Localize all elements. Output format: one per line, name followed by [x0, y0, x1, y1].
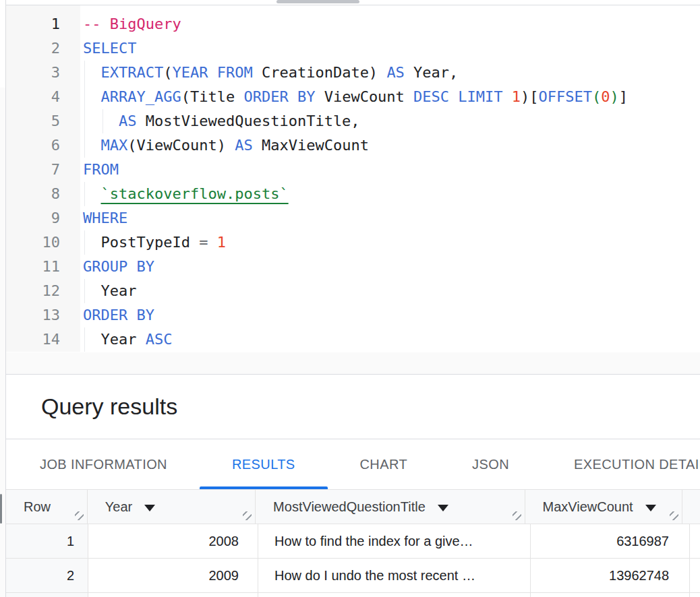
cell: 2008: [88, 524, 258, 558]
indent-guide: [84, 85, 85, 109]
code-text[interactable]: -- BigQuery: [80, 12, 700, 36]
column-header-year[interactable]: Year: [88, 490, 256, 524]
code-line-8[interactable]: 8 `stackoverflow.posts`: [6, 182, 700, 206]
code-line-3[interactable]: 3 EXTRACT(YEAR FROM CreationDate) AS Yea…: [6, 61, 700, 85]
line-number: 2: [6, 36, 80, 61]
column-header-maxviewcount[interactable]: MaxViewCount: [525, 490, 682, 524]
code-line-10[interactable]: 10 PostTypeId = 1: [6, 230, 700, 255]
line-number: 5: [6, 109, 80, 133]
code-token: YEAR FROM: [172, 64, 252, 81]
results-table: RowYearMostViewedQuestionTitleMaxViewCou…: [6, 490, 700, 597]
cell: 2009: [88, 559, 258, 592]
code-line-13[interactable]: 13ORDER BY: [6, 303, 700, 327]
line-number: 8: [6, 182, 80, 206]
code-line-12[interactable]: 12 Year: [6, 279, 700, 303]
indent-guide: [84, 327, 85, 352]
code-text[interactable]: ARRAY_AGG(Title ORDER BY ViewCount DESC …: [80, 85, 700, 109]
line-number: 10: [6, 230, 80, 255]
code-line-6[interactable]: 6 MAX(ViewCount) AS MaxViewCount: [6, 133, 700, 158]
column-resize-handle-icon[interactable]: [513, 511, 521, 520]
code-line-9[interactable]: 9WHERE: [6, 206, 700, 230]
table-row-partial: [6, 593, 700, 597]
code-token: MostViewedQuestionTitle,: [136, 113, 359, 129]
tab-job-information[interactable]: JOB INFORMATION: [7, 439, 200, 489]
column-resize-handle-icon[interactable]: [670, 511, 678, 520]
code-text[interactable]: PostTypeId = 1: [80, 230, 700, 255]
code-text[interactable]: AS MostViewedQuestionTitle,: [80, 109, 700, 133]
code-line-7[interactable]: 7FROM: [6, 158, 700, 182]
column-menu-icon[interactable]: [645, 505, 656, 511]
code-text[interactable]: GROUP BY: [80, 255, 700, 279]
code-text[interactable]: FROM: [80, 158, 700, 182]
code-text[interactable]: `stackoverflow.posts`: [80, 182, 700, 206]
tab-results[interactable]: RESULTS: [200, 439, 328, 489]
cell: [690, 524, 700, 558]
code-token: ARRAY_AGG: [101, 88, 181, 105]
line-number: 11: [6, 255, 80, 279]
table-reference-link[interactable]: `stackoverflow.posts`: [101, 185, 289, 202]
code-text[interactable]: MAX(ViewCount) AS MaxViewCount: [80, 133, 700, 158]
query-results-title: Query results: [41, 392, 177, 420]
code-token: AS: [119, 113, 137, 129]
cell: 6316987: [531, 524, 690, 558]
column-header-row[interactable]: Row: [6, 490, 88, 524]
column-header-label: Year: [105, 499, 132, 514]
code-text[interactable]: Year: [80, 279, 700, 303]
code-token: EXTRACT: [101, 64, 164, 81]
code-token: [83, 113, 119, 129]
code-token: -- BigQuery: [83, 15, 181, 32]
line-number: 4: [6, 85, 80, 109]
line-number: 12: [6, 279, 80, 303]
code-token: [208, 234, 216, 251]
code-token: (: [163, 64, 172, 81]
code-lines[interactable]: 1-- BigQuery2SELECT3 EXTRACT(YEAR FROM C…: [6, 5, 700, 352]
vertical-scrollbar-thumb-icon[interactable]: [0, 494, 2, 524]
code-token: AS: [386, 64, 405, 81]
code-line-5[interactable]: 5 AS MostViewedQuestionTitle,: [6, 109, 700, 133]
code-token: PostTypeId: [83, 234, 199, 251]
table-row-1: 12008How to find the index for a give…63…: [6, 524, 700, 559]
editor-horizontal-scrollbar[interactable]: [5, 0, 700, 5]
sql-editor[interactable]: 1-- BigQuery2SELECT3 EXTRACT(YEAR FROM C…: [6, 5, 700, 352]
code-line-4[interactable]: 4 ARRAY_AGG(Title ORDER BY ViewCount DES…: [6, 85, 700, 109]
column-header-mostviewedquestiontitle[interactable]: MostViewedQuestionTitle: [256, 490, 525, 524]
column-header-extra[interactable]: [682, 490, 700, 524]
code-token: )[: [521, 88, 539, 105]
code-line-11[interactable]: 11GROUP BY: [6, 255, 700, 279]
indent-guide: [103, 109, 103, 133]
table-row-2: 22009How do I undo the most recent …1396…: [6, 559, 700, 593]
column-header-label: Row: [24, 499, 51, 514]
column-header-label: MaxViewCount: [543, 499, 633, 514]
code-token: ViewCount: [315, 88, 413, 105]
code-token: ASC: [146, 331, 173, 348]
tab-json[interactable]: JSON: [440, 439, 542, 489]
code-token: ORDER BY: [83, 307, 154, 323]
code-token: GROUP BY: [83, 258, 154, 275]
column-resize-handle-icon[interactable]: [75, 511, 84, 520]
horizontal-scrollbar-thumb-icon[interactable]: [276, 0, 359, 3]
code-text[interactable]: ORDER BY: [80, 303, 700, 327]
code-line-1[interactable]: 1-- BigQuery: [6, 12, 700, 36]
cell: [88, 593, 258, 597]
bigquery-panel: 1-- BigQuery2SELECT3 EXTRACT(YEAR FROM C…: [0, 0, 700, 597]
code-line-14[interactable]: 14 Year ASC: [6, 327, 700, 352]
row-number-cell: 1: [6, 524, 88, 558]
tab-execution-details[interactable]: EXECUTION DETAILS: [542, 439, 700, 489]
line-number: 6: [6, 133, 80, 158]
code-text[interactable]: Year ASC: [80, 327, 700, 352]
code-text[interactable]: WHERE: [80, 206, 700, 230]
code-text[interactable]: EXTRACT(YEAR FROM CreationDate) AS Year,: [80, 61, 700, 85]
cell: [690, 593, 700, 597]
cell: [531, 593, 690, 597]
code-token: Year: [83, 331, 146, 348]
column-menu-icon[interactable]: [438, 505, 448, 511]
column-resize-handle-icon[interactable]: [243, 511, 252, 520]
editor-footer-strip: [6, 352, 700, 375]
column-menu-icon[interactable]: [144, 505, 155, 511]
code-text[interactable]: SELECT: [80, 36, 700, 61]
tab-chart[interactable]: CHART: [328, 439, 440, 489]
code-token: AS: [235, 137, 253, 154]
code-token: WHERE: [83, 210, 127, 226]
code-token: ORDER BY: [243, 88, 315, 105]
code-line-2[interactable]: 2SELECT: [6, 36, 700, 61]
